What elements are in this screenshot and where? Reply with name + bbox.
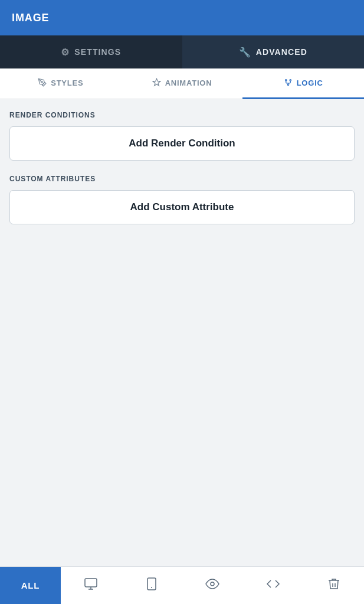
tab-logic-label: LOGIC xyxy=(297,79,323,87)
gear-icon: ⚙ xyxy=(61,47,70,58)
svg-point-4 xyxy=(287,84,289,86)
add-render-condition-button[interactable]: Add Render Condition xyxy=(9,126,355,161)
toolbar-code[interactable] xyxy=(242,567,303,604)
svg-marker-1 xyxy=(153,79,160,86)
toolbar-delete[interactable] xyxy=(303,567,364,604)
toolbar-preview[interactable] xyxy=(182,567,242,604)
toolbar-desktop[interactable] xyxy=(61,567,122,604)
tab-advanced-label: ADVANCED xyxy=(256,47,307,57)
tab-logic[interactable]: LOGIC xyxy=(242,68,364,99)
header-title: IMAGE xyxy=(12,12,50,24)
header: IMAGE xyxy=(0,0,364,35)
tab-animation[interactable]: ANIMATION xyxy=(122,68,243,99)
main-tabs: ⚙ SETTINGS 🔧 ADVANCED xyxy=(0,35,364,68)
wrench-icon: 🔧 xyxy=(239,47,251,58)
sparkle-icon xyxy=(152,78,161,89)
svg-point-8 xyxy=(211,582,214,586)
svg-point-3 xyxy=(290,79,291,81)
desktop-icon xyxy=(84,577,98,595)
tab-settings-label: SETTINGS xyxy=(74,47,121,57)
tab-advanced[interactable]: 🔧 ADVANCED xyxy=(182,35,365,68)
render-conditions-label: RENDER CONDITIONS xyxy=(9,111,355,119)
tab-styles[interactable]: STYLES xyxy=(0,68,122,99)
svg-point-7 xyxy=(151,587,152,588)
svg-point-0 xyxy=(41,81,43,83)
toolbar-tablet[interactable] xyxy=(122,567,182,604)
svg-rect-5 xyxy=(85,579,97,587)
fork-icon xyxy=(284,78,293,89)
add-custom-attribute-button[interactable]: Add Custom Attribute xyxy=(9,190,355,224)
render-conditions-section: RENDER CONDITIONS Add Render Condition xyxy=(9,111,355,161)
svg-point-2 xyxy=(285,79,287,81)
bottom-toolbar: ALL xyxy=(0,566,364,604)
tablet-icon xyxy=(145,577,159,595)
eye-icon xyxy=(205,577,219,595)
toolbar-all[interactable]: ALL xyxy=(0,567,61,604)
brush-icon xyxy=(38,78,47,89)
tab-styles-label: STYLES xyxy=(51,79,83,87)
toolbar-all-label: ALL xyxy=(21,580,40,590)
trash-icon xyxy=(327,577,341,595)
tab-settings[interactable]: ⚙ SETTINGS xyxy=(0,35,182,68)
code-icon xyxy=(266,577,280,595)
custom-attributes-section: CUSTOM ATTRIBUTES Add Custom Attribute xyxy=(9,175,355,224)
sub-tabs: STYLES ANIMATION LOGIC xyxy=(0,68,364,99)
tab-animation-label: ANIMATION xyxy=(165,79,212,87)
custom-attributes-label: CUSTOM ATTRIBUTES xyxy=(9,175,355,183)
content-area: RENDER CONDITIONS Add Render Condition C… xyxy=(0,99,364,566)
